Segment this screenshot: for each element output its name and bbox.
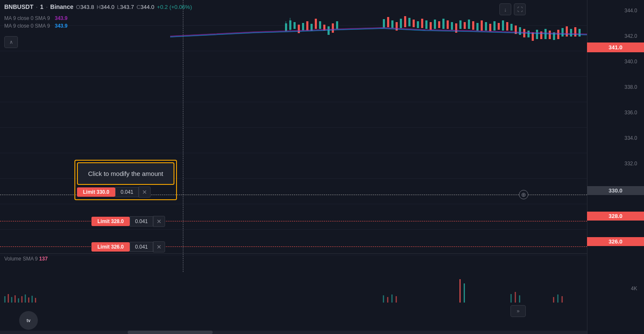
collapse-button[interactable]: ∧ (4, 36, 18, 48)
svg-rect-40 (447, 20, 449, 29)
candle-chart (0, 0, 587, 272)
order-326-amount[interactable]: 0.041 (130, 242, 153, 252)
price-330-highlight: 330.0 (587, 186, 644, 195)
svg-rect-41 (451, 22, 453, 30)
svg-rect-78 (25, 294, 26, 303)
svg-rect-36 (430, 22, 432, 30)
svg-rect-88 (510, 294, 512, 303)
svg-rect-92 (557, 294, 559, 303)
svg-rect-16 (302, 23, 304, 31)
order-328-label[interactable]: Limit 328.0 (91, 217, 130, 226)
svg-rect-46 (472, 21, 474, 30)
svg-rect-23 (332, 23, 334, 33)
svg-rect-25 (383, 19, 385, 28)
svg-rect-52 (498, 23, 500, 30)
svg-rect-29 (400, 19, 402, 28)
order-328-close[interactable]: ✕ (153, 216, 165, 227)
svg-rect-59 (527, 31, 530, 37)
svg-rect-32 (413, 20, 415, 27)
svg-rect-70 (574, 27, 576, 37)
price-line-326 (0, 246, 587, 247)
svg-rect-33 (417, 21, 419, 28)
download-icon: ↓ (504, 6, 507, 13)
svg-rect-31 (408, 18, 410, 26)
ma1-value: 343.9 (55, 15, 68, 21)
svg-rect-72 (4, 296, 6, 303)
price-334: 334.0 (624, 135, 641, 141)
chart-area: BNBUSDT · 1 · Binance O343.8 H344.0 L343… (0, 0, 587, 334)
svg-rect-34 (421, 19, 423, 28)
ohlc-low: L343.7 (117, 4, 134, 10)
svg-rect-86 (391, 294, 393, 303)
chart-scrollbar[interactable] (0, 331, 587, 334)
order-330-label[interactable]: Limit 330.0 (77, 187, 115, 197)
svg-rect-75 (14, 295, 16, 303)
ohlc-high: H344.0 (97, 4, 114, 10)
price-338: 338.0 (624, 84, 641, 90)
chart-header: BNBUSDT · 1 · Binance O343.8 H344.0 L343… (4, 3, 192, 10)
current-price-label: 341.0 (587, 42, 644, 52)
price-326-highlight: 326.0 (587, 237, 644, 246)
svg-rect-39 (442, 19, 445, 29)
tooltip-popup: Click to modify the amount (77, 162, 174, 185)
svg-rect-90 (519, 295, 520, 303)
chart-interval: 1 (40, 3, 43, 10)
svg-rect-61 (536, 30, 538, 39)
svg-rect-15 (298, 25, 300, 33)
svg-rect-57 (519, 27, 521, 35)
svg-rect-54 (506, 22, 508, 31)
svg-rect-79 (28, 297, 29, 303)
order-330: Limit 330.0 0.041 ✕ (77, 187, 174, 198)
svg-rect-18 (311, 24, 313, 31)
exchange-name: Binance (50, 3, 73, 10)
svg-rect-84 (383, 295, 384, 303)
add-order-icon[interactable]: ⊕ (519, 190, 528, 199)
chart-toolbar: ↓ ⛶ (499, 3, 526, 15)
svg-rect-44 (464, 22, 466, 29)
svg-rect-49 (485, 22, 487, 31)
forward-arrows-button[interactable]: » (510, 305, 526, 317)
fullscreen-button[interactable]: ⛶ (514, 3, 526, 15)
ohlc-open: O343.8 (76, 4, 94, 10)
order-326-label[interactable]: Limit 326.0 (91, 242, 130, 252)
svg-rect-55 (510, 24, 513, 31)
ma-line-1: MA 9 close 0 SMA 9 343.9 (4, 15, 68, 21)
price-axis: 341.0 344.0 342.0 340.0 338.0 336.0 334.… (587, 0, 644, 334)
price-line-328 (0, 221, 587, 221)
svg-rect-81 (35, 298, 36, 303)
order-326-close[interactable]: ✕ (153, 241, 165, 252)
svg-rect-64 (549, 31, 551, 39)
svg-rect-47 (476, 23, 479, 31)
order-330-container: Click to modify the amount Limit 330.0 0… (74, 160, 177, 200)
price-change: +0.2 (+0.06%) (157, 4, 192, 10)
svg-rect-74 (11, 297, 12, 303)
svg-rect-71 (578, 29, 581, 37)
price-332: 332.0 (624, 161, 641, 167)
svg-rect-67 (561, 28, 564, 37)
svg-rect-48 (481, 20, 483, 31)
price-340: 340.0 (624, 59, 641, 65)
price-344: 344.0 (624, 8, 641, 14)
svg-rect-27 (391, 20, 393, 28)
svg-rect-20 (319, 21, 321, 29)
svg-rect-89 (515, 292, 516, 303)
order-330-close[interactable]: ✕ (139, 187, 151, 198)
svg-rect-50 (489, 24, 491, 31)
svg-rect-73 (8, 294, 9, 303)
svg-rect-93 (561, 296, 563, 303)
tooltip-text: Click to modify the amount (88, 170, 163, 177)
svg-rect-80 (31, 296, 33, 303)
svg-rect-51 (493, 21, 496, 31)
tradingview-logo: tv (19, 311, 38, 330)
order-330-amount[interactable]: 0.041 (115, 187, 139, 197)
order-328-amount[interactable]: 0.041 (130, 216, 153, 226)
svg-rect-69 (570, 29, 572, 37)
svg-rect-30 (404, 16, 406, 27)
download-button[interactable]: ↓ (499, 3, 511, 15)
svg-rect-38 (438, 21, 440, 28)
svg-rect-87 (396, 296, 397, 303)
volume-axis-4k: 4K (631, 286, 641, 292)
scrollbar-thumb[interactable] (128, 331, 213, 334)
svg-rect-91 (553, 297, 554, 303)
fullscreen-icon: ⛶ (517, 6, 523, 13)
